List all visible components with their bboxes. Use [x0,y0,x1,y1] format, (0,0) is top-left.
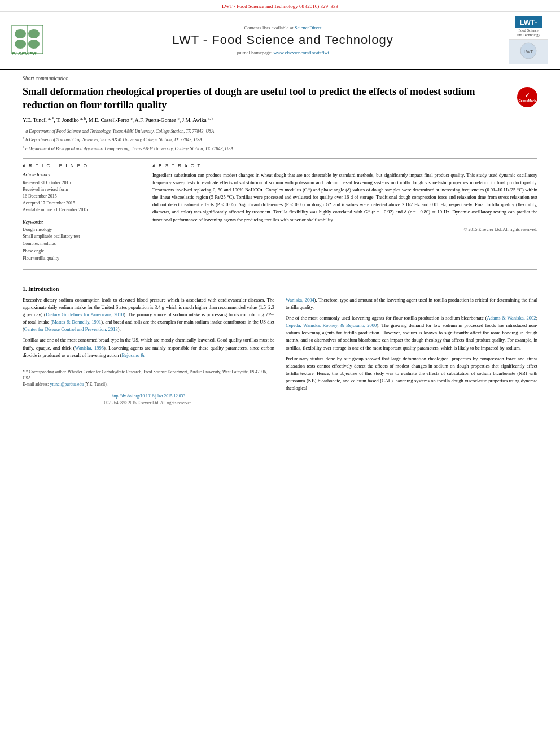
article-info-abstract: A R T I C L E I N F O Article history: R… [23,163,537,263]
lwt-logo: LWT- Food Scienceand Technology LWT [506,16,551,64]
abstract-copyright: © 2015 Elsevier Ltd. All rights reserved… [152,227,537,232]
authors-line: Y.E. Tuncil a, *, T. Jondiko a, b, M.E. … [23,116,537,123]
ref-waniska-1995[interactable]: Waniska, 1995 [75,345,104,351]
intro-heading: 1. Introduction [23,286,537,292]
keyword-5: Flour tortilla quality [23,255,141,263]
article-title-row: Small deformation rheological properties… [23,85,537,112]
affiliation-a: a a Department of Food Science and Techn… [23,126,537,135]
history-accepted: Accepted 17 December 2015 [23,200,141,207]
abstract-col: A B S T R A C T Ingredient substitution … [152,163,537,263]
doi-link: http://dx.doi.org/10.1016/j.lwt.2015.12.… [23,394,274,399]
ref-cepeda[interactable]: Cepeda, Waniska, Rooney, & Bejosano, 200… [286,322,377,328]
article-info-heading: A R T I C L E I N F O [23,163,141,168]
footnote-email-link[interactable]: ytunci@purdue.edu [50,382,84,387]
affiliations: a a Department of Food Science and Techn… [23,126,537,152]
bottom-copyright: 0023-6438/© 2015 Elsevier Ltd. All right… [23,400,274,405]
intro-right-col: Waniska, 2004). Therefore, type and amou… [286,296,537,405]
ref-bejosano[interactable]: Bejosano & [121,352,144,358]
doi-anchor[interactable]: http://dx.doi.org/10.1016/j.lwt.2015.12.… [112,394,185,399]
article-info-col: A R T I C L E I N F O Article history: R… [23,163,141,263]
keyword-3: Complex modulus [23,241,141,248]
intro-left-col: Excessive dietary sodium consumption lea… [23,296,274,405]
history-online: Available online 21 December 2015 [23,207,141,213]
abstract-heading: A B S T R A C T [152,163,537,168]
article-title: Small deformation rheological properties… [23,85,510,112]
keywords-title: Keywords: [23,219,141,225]
ref-adams-waniska[interactable]: Adams & Waniska, 2002 [487,315,536,321]
footnote-email: E-mail address: ytunci@purdue.edu (Y.E. … [23,381,274,387]
intro-right-text: Waniska, 2004). Therefore, type and amou… [286,296,537,392]
footnote-star: * * Corresponding author. Whistler Cente… [23,369,274,382]
journal-citation: LWT - Food Science and Technology 68 (20… [0,0,560,12]
affiliation-b: b b Department of Soil and Crop Sciences… [23,135,537,143]
history-revised-date: 16 December 2015 [23,193,141,200]
svg-text:ELSEVIER: ELSEVIER [12,51,37,56]
main-content: 1. Introduction Excessive dietary sodium… [0,280,560,411]
svg-point-2 [15,29,26,38]
journal-header: ELSEVIER Contents lists available at Sci… [0,12,560,70]
footnote-divider [23,364,123,364]
svg-point-3 [28,29,40,38]
journal-center-header: Contents lists available at ScienceDirec… [60,25,506,55]
keyword-1: Dough rheology [23,226,141,234]
journal-title: LWT - Food Science and Technology [60,33,506,47]
ref-waniska-2004[interactable]: Waniska, 2004 [286,297,314,303]
ref-cdc[interactable]: Center for Disease Control and Preventio… [24,326,118,332]
homepage-line: journal homepage: www.elsevier.com/locat… [60,50,506,55]
keyword-2: Small amplitude oscillatory test [23,233,141,241]
svg-point-4 [15,40,26,49]
svg-text:LWT: LWT [524,49,533,54]
history-revised-label: Received in revised form [23,186,141,193]
contents-line: Contents lists available at ScienceDirec… [60,25,506,30]
divider-1 [23,158,537,159]
ref-mattes[interactable]: Mattes & Donnelly, 1991 [53,319,102,325]
article-type: Short communication [23,76,537,81]
svg-point-5 [28,40,40,49]
abstract-text: Ingredient substitution can produce mode… [152,172,537,224]
affiliation-c: c c Department of Biological and Agricul… [23,144,537,152]
intro-left-text: Excessive dietary sodium consumption lea… [23,296,274,359]
article-history-title: Article history: [23,172,141,177]
article-body: Short communication Small deformation rh… [0,70,560,280]
keyword-4: Phase angle [23,248,141,255]
elsevier-logo: ELSEVIER [9,23,60,58]
crossmark-badge: ✓ CrossMark [517,87,537,107]
sciencedirect-link[interactable]: ScienceDirect [295,25,322,30]
divider-2 [23,269,537,270]
journal-homepage-link[interactable]: www.elsevier.com/locate/lwt [274,50,330,55]
intro-two-col: Excessive dietary sodium consumption lea… [23,296,537,405]
history-received: Received 31 October 2015 [23,180,141,186]
ref-dietary-guidelines[interactable]: Dietary Guidelines for Americans, 2010 [46,312,124,317]
